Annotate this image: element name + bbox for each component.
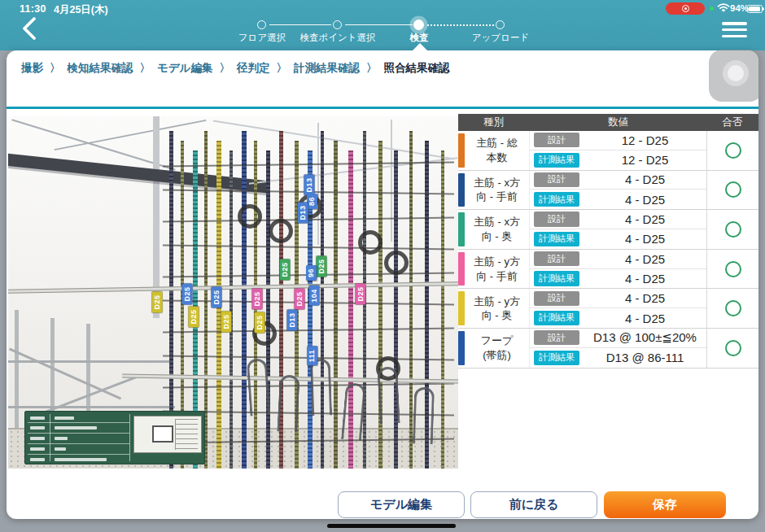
breadcrumb-separator: 〉 xyxy=(50,62,61,74)
screen-recording-indicator[interactable] xyxy=(666,2,705,15)
col-header-type: 種別 xyxy=(458,116,530,129)
scaffold-tube xyxy=(8,281,458,294)
hook-rebar xyxy=(310,359,332,416)
breadcrumb-item-kenchi[interactable]: 検知結果確認 xyxy=(68,62,133,74)
breadcrumb-separator: 〉 xyxy=(219,62,230,74)
breadcrumb-item-kei[interactable]: 径判定 xyxy=(237,62,270,74)
col-header-value: 数値 xyxy=(530,116,706,129)
pass-circle xyxy=(725,261,741,277)
battery-percent: 94% xyxy=(730,3,749,13)
col-header-result: 合否 xyxy=(706,116,758,129)
breadcrumb-separator: 〉 xyxy=(366,62,378,74)
measured-badge: 計測結果 xyxy=(534,192,579,207)
row-color-bar xyxy=(458,173,465,207)
scaffold-brace xyxy=(9,348,121,400)
step-circle-upload[interactable] xyxy=(496,20,505,29)
row-label: 主筋 - y方 向 - 手前 xyxy=(465,250,530,289)
hook-rebar xyxy=(277,374,300,432)
edit-model-button[interactable]: モデル編集 xyxy=(338,491,465,518)
row-color-bar xyxy=(458,133,465,168)
go-back-button[interactable]: 前に戻る xyxy=(470,491,597,518)
content-panel: 撮影〉検知結果確認〉モデル編集〉径判定〉計測結果確認〉照合結果確認 1 / 4 … xyxy=(7,50,758,519)
table-row-main-x-back: 主筋 - x方 向 - 奥 設計 4 - D25 計測結果 4 - D25 xyxy=(458,210,758,250)
scaffold-rail xyxy=(8,406,175,408)
rebar-strip xyxy=(242,131,247,469)
table-row-main-y-front: 主筋 - y方 向 - 手前 設計 4 - D25 計測結果 4 - D25 xyxy=(458,250,758,290)
section-divider xyxy=(7,107,758,109)
rebar-strip xyxy=(266,150,270,469)
truss-post xyxy=(317,123,319,245)
row-color-bar xyxy=(458,331,465,365)
step-label-floor[interactable]: フロア選択 xyxy=(238,32,286,44)
menu-button[interactable] xyxy=(722,22,747,38)
step-circle-point[interactable] xyxy=(333,20,342,29)
table-row-hoop: フープ (帯筋) 設計 D13 @ 100±≦20% 計測結果 D13 @ 86… xyxy=(458,329,758,368)
back-button[interactable] xyxy=(20,15,41,41)
rebar-label-chip: D25 xyxy=(255,312,265,333)
rebar-strip xyxy=(441,150,444,469)
rebar-strip xyxy=(321,131,324,469)
step-label-inspection[interactable]: 検査 xyxy=(410,32,429,44)
breadcrumb-item-model[interactable]: モデル編集 xyxy=(157,62,212,74)
recording-icon xyxy=(682,5,689,12)
design-value: 4 - D25 xyxy=(584,171,706,190)
step-connector-dotted xyxy=(427,24,494,26)
design-value: 12 - D25 xyxy=(584,131,706,150)
status-date: 4月25日(木) xyxy=(54,3,108,17)
pass-circle xyxy=(725,340,741,356)
rebar-label-chip: D13 xyxy=(287,309,298,330)
step-connector xyxy=(345,24,413,25)
row-color-bar xyxy=(458,291,465,325)
board-diagram xyxy=(133,416,202,453)
rebar-label-chip: D25 xyxy=(356,283,366,304)
assistive-touch-button[interactable] xyxy=(709,50,763,102)
measured-value: 4 - D25 xyxy=(584,308,706,328)
inspection-photo[interactable]: D25D25D25D25D25D25D25D25D25D25D25D1386D1… xyxy=(8,116,458,469)
row-label: フープ (帯筋) xyxy=(465,329,530,368)
step-circle-floor[interactable] xyxy=(257,20,266,29)
rebar-label-chip: D25 xyxy=(221,311,232,332)
design-value: D13 @ 100±≦20% xyxy=(584,329,706,348)
design-badge: 設計 xyxy=(534,211,579,226)
rebar-spacer-wheel xyxy=(384,251,409,275)
app-header: 11:30 4月25日(木) 94% フロア選択 検査ポイント選択 検査 アップ… xyxy=(0,0,765,50)
camera-active-dot xyxy=(710,7,714,11)
step-circle-inspection[interactable] xyxy=(413,20,424,30)
row-color-bar xyxy=(458,252,465,286)
measured-badge: 計測結果 xyxy=(534,351,579,365)
status-time: 11:30 xyxy=(20,3,46,15)
rebar-label-chip: D25 xyxy=(295,288,305,309)
table-header: 種別 数値 合否 xyxy=(458,114,758,131)
rebar-label-chip: 111 xyxy=(307,347,317,366)
rebar-strip xyxy=(409,131,413,469)
measured-value: 4 - D25 xyxy=(584,269,706,289)
step-label-point[interactable]: 検査ポイント選択 xyxy=(299,32,375,44)
home-indicator[interactable] xyxy=(327,524,456,528)
hook-rebar xyxy=(247,358,271,416)
battery-icon xyxy=(747,5,763,13)
rebar-spacer-wheel xyxy=(358,230,382,255)
design-badge: 設計 xyxy=(534,291,579,306)
rebar-label-chip: D25 xyxy=(252,288,263,309)
wifi-icon xyxy=(717,3,730,13)
step-connector xyxy=(269,24,331,25)
breadcrumb-item-keisoku[interactable]: 計測結果確認 xyxy=(294,62,360,74)
measured-value: 12 - D25 xyxy=(584,150,706,170)
rebar-label-chip: D25 xyxy=(317,255,327,277)
step-label-upload[interactable]: アップロード xyxy=(472,32,529,44)
active-step-notch xyxy=(412,43,428,51)
measured-badge: 計測結果 xyxy=(534,153,579,168)
measured-badge: 計測結果 xyxy=(534,311,579,325)
row-label: 主筋 - x方 向 - 手前 xyxy=(465,171,530,210)
rebar-spacer-wheel xyxy=(269,219,293,243)
measured-value: 4 - D25 xyxy=(584,229,706,249)
table-row-main-x-front: 主筋 - x方 向 - 手前 設計 4 - D25 計測結果 4 - D25 xyxy=(458,171,758,211)
rebar-strip xyxy=(334,141,338,469)
results-table: 種別 数値 合否 主筋 - 総 本数 設計 12 - D25 計測結果 12 -… xyxy=(458,114,758,368)
breadcrumb-item-satsuei[interactable]: 撮影 xyxy=(21,62,43,74)
design-badge: 設計 xyxy=(534,330,579,345)
pass-circle xyxy=(725,221,741,238)
design-value: 4 - D25 xyxy=(584,250,706,269)
save-button[interactable]: 保存 xyxy=(604,491,726,518)
design-badge: 設計 xyxy=(534,133,579,147)
